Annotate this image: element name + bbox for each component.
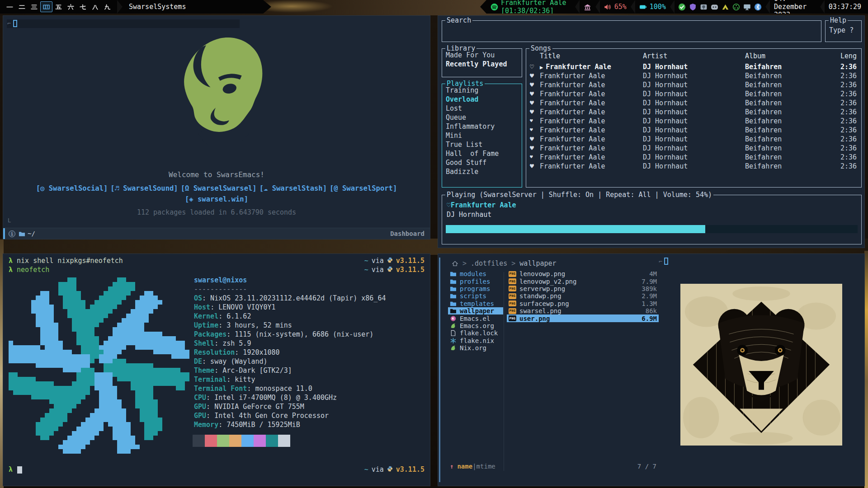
heart-icon[interactable]: ♥: [530, 71, 534, 80]
dashboard-button-SwarselStash[interactable]: [☁ SwarselStash]: [259, 184, 327, 192]
dashboard-button-SwarselSound[interactable]: [♬ SwarselSound]: [110, 184, 178, 192]
songs-column-Leng[interactable]: Leng: [840, 52, 857, 61]
heart-icon[interactable]: ♥: [530, 117, 533, 126]
song-row[interactable]: ♥Frankfurter AaleDJ HornhautBeifahren2:3…: [526, 126, 861, 135]
workspace-item-8[interactable]: [89, 1, 101, 12]
seek-bar[interactable]: [446, 225, 858, 233]
shield-tray-icon[interactable]: [689, 3, 697, 11]
workspace-item-3[interactable]: [28, 1, 40, 12]
sort-direction-icon[interactable]: ↑: [450, 463, 453, 470]
library-item-Made For You[interactable]: Made For You: [442, 51, 522, 60]
file-item-swarsel.png[interactable]: PNGswarsel.png86k: [507, 307, 659, 314]
playlist-item-Lost[interactable]: Lost: [442, 104, 522, 113]
song-row[interactable]: ♥Frankfurter AaleDJ HornhautBeifahren2:3…: [526, 144, 861, 153]
vault-tray-icon[interactable]: [700, 3, 708, 11]
now-playing-widget[interactable]: Frankfurter Aale [01:38/02:36]: [486, 0, 575, 14]
heart-icon[interactable]: ♥: [530, 89, 534, 99]
file-item-surfacewp.png[interactable]: PNGsurfacewp.png1.3M: [507, 300, 659, 307]
songs-column-Album[interactable]: Album: [745, 52, 765, 61]
dir-item-Emacs.el[interactable]: Emacs.el: [448, 314, 503, 322]
heart-icon[interactable]: ♥: [530, 153, 533, 162]
dashboard-button-SwarselSwarsel[interactable]: [Ω SwarselSwarsel]: [181, 184, 257, 192]
breadcrumb-segment[interactable]: .dotfiles: [471, 259, 507, 267]
song-row[interactable]: ♥Frankfurter AaleDJ HornhautBeifahren2:3…: [526, 71, 861, 80]
dir-item-Emacs.org[interactable]: Emacs.org: [448, 322, 503, 329]
library-item-Recently Played[interactable]: Recently Played: [442, 60, 522, 69]
heart-icon[interactable]: ♥: [530, 135, 534, 144]
song-row[interactable]: ♥Frankfurter AaleDJ HornhautBeifahren2:3…: [526, 162, 861, 171]
battery-widget[interactable]: 100%: [635, 0, 670, 14]
check-tray-icon[interactable]: [678, 3, 686, 11]
heart-outline-icon[interactable]: ♡: [447, 201, 451, 209]
dir-item-programs[interactable]: programs: [448, 285, 503, 292]
file-item-lenovowp.png[interactable]: PNGlenovowp.png4M: [507, 270, 659, 277]
playlist-item-Badizzle[interactable]: Badizzle: [442, 167, 522, 176]
bluetooth-tray-icon[interactable]: [754, 3, 762, 11]
workspace-item-1[interactable]: [4, 1, 16, 12]
playlist-item-Hall of Fame[interactable]: Hall of Fame: [442, 149, 522, 158]
heart-icon[interactable]: ♥: [530, 162, 534, 171]
song-artist: DJ Hornhaut: [643, 144, 688, 153]
song-row[interactable]: ♡▶Frankfurter AaleDJ HornhautBeifahren2:…: [526, 62, 861, 71]
workspace-item-4[interactable]: [40, 1, 52, 12]
heart-icon[interactable]: ♥: [530, 99, 534, 108]
file-item-standwp.png[interactable]: PNGstandwp.png2.9M: [507, 292, 659, 300]
song-row[interactable]: ♥Frankfurter AaleDJ HornhautBeifahren2:3…: [526, 153, 861, 162]
clock-widget[interactable]: 03:37:29: [825, 0, 865, 14]
discord-tray-icon[interactable]: [711, 3, 718, 11]
song-row[interactable]: ♥Frankfurter AaleDJ HornhautBeifahren2:3…: [526, 117, 861, 126]
sort-alt-mode[interactable]: mtime: [476, 463, 495, 470]
playlist-item-Good Stuff[interactable]: Good Stuff: [442, 158, 522, 167]
shell-prompt[interactable]: λ: [9, 465, 22, 474]
home-icon[interactable]: [452, 260, 458, 267]
song-row[interactable]: ♥Frankfurter AaleDJ HornhautBeifahren2:3…: [526, 135, 861, 144]
file-item-lenovowp_v2.png[interactable]: PNGlenovowp_v2.png7.9M: [507, 277, 659, 285]
song-row[interactable]: ♥Frankfurter AaleDJ HornhautBeifahren2:3…: [526, 108, 861, 117]
dashboard-button-swarsel.win[interactable]: [◈ swarsel.win]: [185, 195, 248, 203]
heart-icon[interactable]: ♥: [530, 108, 534, 117]
volume-widget[interactable]: 65%: [600, 0, 631, 14]
dir-item-flake.nix[interactable]: flake.nix: [448, 337, 503, 344]
dir-item-modules[interactable]: modules: [448, 270, 503, 277]
dashboard-button-SwarselSport[interactable]: [@ SwarselSport]: [330, 184, 397, 192]
songs-column-Title[interactable]: Title: [540, 52, 560, 61]
playlist-item-Queue[interactable]: Queue: [442, 113, 522, 122]
song-row[interactable]: ♥Frankfurter AaleDJ HornhautBeifahren2:3…: [526, 99, 861, 108]
dashboard-button-SwarselSocial[interactable]: [◎ SwarselSocial]: [36, 184, 108, 192]
playlist-item-True List[interactable]: True List: [442, 140, 522, 149]
playlist-item-Training[interactable]: Training: [442, 86, 522, 95]
song-row[interactable]: ♥Frankfurter AaleDJ HornhautBeifahren2:3…: [526, 89, 861, 99]
song-row[interactable]: ♥Frankfurter AaleDJ HornhautBeifahren2:3…: [526, 80, 861, 89]
workspace-item-2[interactable]: [16, 1, 28, 12]
playlist-item-Inflammatory[interactable]: Inflammatory: [442, 122, 522, 131]
songs-column-Artist[interactable]: Artist: [643, 52, 667, 61]
heart-icon[interactable]: ♥: [530, 80, 534, 89]
heart-outline-icon[interactable]: ♡: [530, 62, 534, 71]
playlist-item-Mini[interactable]: Mini: [442, 131, 522, 140]
workspace-item-5[interactable]: [52, 1, 65, 12]
search-input[interactable]: Search: [442, 20, 821, 42]
workspace-item-6[interactable]: [65, 1, 77, 12]
workspace-item-9[interactable]: [101, 1, 113, 12]
dir-item-templates[interactable]: templates: [448, 300, 503, 307]
tent-tray-icon[interactable]: [722, 3, 729, 11]
dir-item-Nix.org[interactable]: Nix.org: [448, 344, 503, 352]
date-widget[interactable]: 04. Dezember 2023: [770, 0, 820, 14]
breadcrumb-segment[interactable]: wallpaper: [519, 259, 556, 267]
dir-item-wallpaper[interactable]: wallpaper: [448, 307, 503, 314]
sort-mode[interactable]: name: [457, 463, 472, 470]
heart-icon[interactable]: ♥: [530, 126, 533, 135]
workspace-item-7[interactable]: [77, 1, 89, 12]
file-item-user.png[interactable]: PNGuser.png6.9M: [507, 314, 659, 322]
dir-item-scripts[interactable]: scripts: [448, 292, 503, 300]
file-item-serverwp.png[interactable]: PNGserverwp.png389k: [507, 285, 659, 292]
idle-inhibitor-widget[interactable]: [580, 0, 595, 14]
playlist-list: TrainingOverloadLostQueueInflammatoryMin…: [442, 86, 522, 176]
song-length: 2:36: [840, 162, 857, 171]
dir-item-profiles[interactable]: profiles: [448, 277, 503, 285]
dir-item-flake.lock[interactable]: flake.lock: [448, 329, 503, 337]
monitor-tray-icon[interactable]: [743, 3, 751, 11]
heart-icon[interactable]: ♥: [530, 144, 534, 153]
sync-tray-icon[interactable]: [732, 3, 740, 11]
playlist-item-Overload[interactable]: Overload: [442, 95, 522, 104]
